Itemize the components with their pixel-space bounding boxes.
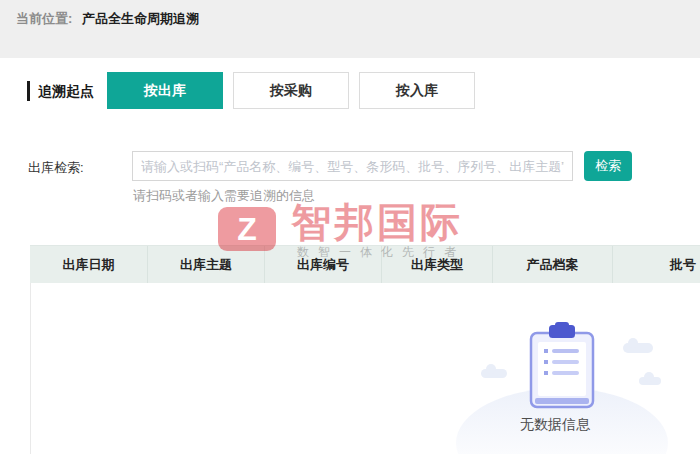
col-product-archive: 产品档案 bbox=[493, 246, 613, 283]
table-header-row: 出库日期 出库主题 出库编号 出库类型 产品档案 批号 bbox=[30, 245, 700, 283]
breadcrumb-bar: 当前位置: 产品全生命周期追溯 bbox=[0, 0, 700, 58]
search-hint: 请扫码或者输入需要追溯的信息 bbox=[133, 187, 315, 205]
tab-by-outbound[interactable]: 按出库 bbox=[107, 72, 223, 109]
search-button[interactable]: 检索 bbox=[584, 151, 632, 181]
cloud-icon bbox=[623, 343, 653, 353]
col-outbound-subject: 出库主题 bbox=[148, 246, 265, 283]
brand-name: 智邦国际 bbox=[291, 200, 463, 244]
col-outbound-date: 出库日期 bbox=[30, 246, 148, 283]
cloud-icon bbox=[481, 369, 507, 378]
trace-origin-tabs: 按出库 按采购 按入库 bbox=[107, 72, 475, 109]
tab-by-inbound[interactable]: 按入库 bbox=[359, 72, 475, 109]
section-marker bbox=[27, 81, 30, 101]
col-batch-number: 批号 bbox=[613, 246, 700, 283]
search-input[interactable] bbox=[132, 151, 573, 181]
tab-by-purchase[interactable]: 按采购 bbox=[233, 72, 349, 109]
table-body: 无数据信息 bbox=[30, 283, 700, 454]
clipboard-icon bbox=[517, 321, 607, 413]
empty-state-text: 无数据信息 bbox=[505, 416, 605, 434]
cloud-icon bbox=[639, 377, 661, 385]
breadcrumb: 当前位置: 产品全生命周期追溯 bbox=[16, 11, 199, 27]
product-lifecycle-trace-page: 当前位置: 产品全生命周期追溯 追溯起点 按出库 按采购 按入库 出库检索: 检… bbox=[0, 0, 700, 454]
breadcrumb-prefix: 当前位置: bbox=[16, 11, 72, 26]
col-outbound-type: 出库类型 bbox=[382, 246, 493, 283]
page-title: 产品全生命周期追溯 bbox=[82, 11, 199, 26]
col-outbound-number: 出库编号 bbox=[265, 246, 382, 283]
section-label: 追溯起点 bbox=[38, 83, 94, 101]
search-label: 出库检索: bbox=[28, 159, 84, 177]
